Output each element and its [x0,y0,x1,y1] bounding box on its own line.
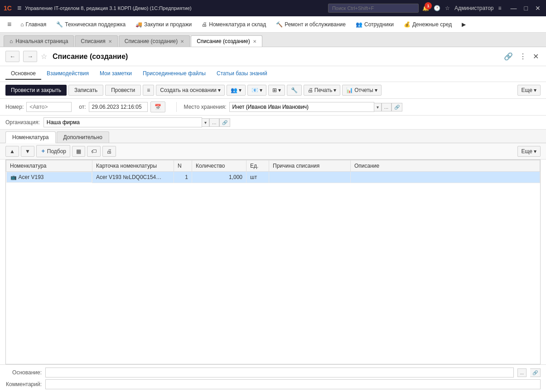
nomenclature-table: Номенклатура Карточка номенклатуры N Кол… [6,160,540,183]
settings-icon: 🔧 [291,87,298,93]
hamburger-menu[interactable]: ≡ [17,4,21,12]
location-link-btn[interactable]: 🔗 [391,103,402,111]
users-button[interactable]: 👥 ▾ [227,85,246,96]
location-dots-btn[interactable]: … [382,103,391,111]
subtab-main[interactable]: Основное [5,68,41,80]
history-icon[interactable]: 🕐 [434,5,440,11]
global-search-input[interactable] [328,4,419,13]
print-table-icon: 🖨 [106,148,112,155]
subtab-files[interactable]: Присоединенные файлы [137,68,211,80]
close-window-button[interactable]: ✕ [533,5,542,12]
inner-tab-additional[interactable]: Дополнительно [57,131,109,143]
basis-dots-button[interactable]: ... [517,368,527,377]
tab-write-off-create-1[interactable]: Списание (создание) ✕ [119,35,190,47]
move-up-button[interactable]: ▲ [5,146,19,157]
favorite-button[interactable]: ☆ [41,52,47,61]
table-row[interactable]: 📺 Acer V193 Acer V193 №LDQ0C154… 1 1,000… [6,172,540,183]
menu-nomenclature[interactable]: 🖨 Номенклатура и склад [197,19,271,30]
tab-create-2-label: Списание (создание) [197,38,250,44]
calendar-button[interactable]: 📅 [150,102,165,112]
col-description: Описание [351,160,540,172]
menu-repair-label: Ремонт и обслуживание [285,21,346,28]
tab-write-off-create-2[interactable]: Списание (создание) ✕ [191,35,262,47]
menu-repair[interactable]: 🔨 Ремонт и обслуживание [271,19,350,30]
email-button[interactable]: 📧 ▾ [247,85,266,96]
barcode-button[interactable]: ▦ [72,146,85,157]
menu-support[interactable]: 🔧 Техническая поддержка [52,19,130,30]
tab-create-1-close[interactable]: ✕ [180,39,184,44]
org-dots-btn[interactable]: … [209,118,219,127]
comment-input[interactable] [45,379,541,389]
move-down-button[interactable]: ▼ [21,146,34,157]
org-link-btn[interactable]: 🔗 [219,118,230,127]
notification-bell[interactable]: 🔔 1 [422,5,429,11]
basis-link-button[interactable]: 🔗 [530,368,541,377]
org-dropdown-btn[interactable]: ▾ [202,118,209,127]
number-input[interactable] [26,102,72,112]
menu-purchases[interactable]: 🚚 Закупки и продажи [131,19,196,30]
cell-quantity: 1,000 [192,172,246,183]
table-more-label: Еще [522,148,532,155]
basis-input[interactable] [45,368,514,377]
cell-nomenclature: 📺 Acer V193 [6,172,92,183]
tab-create-2-close[interactable]: ✕ [253,39,256,44]
inner-tab-bar: Номенклатура Дополнительно [0,130,546,143]
create-basis-label: Создать на основании [160,87,217,93]
minimize-button[interactable]: — [509,5,519,12]
subtab-kb[interactable]: Статьи базы знаний [211,68,273,80]
add-by-selection-button[interactable]: ＋ Подбор [36,145,70,157]
favorites-icon[interactable]: ☆ [445,5,450,11]
subtab-notes[interactable]: Мои заметки [94,68,137,80]
list-view-button[interactable]: ≡ [143,85,154,96]
back-button[interactable]: ← [5,51,19,62]
menu-home-label: Главная [26,21,47,28]
menu-employees[interactable]: 👥 Сотрудники [351,19,398,30]
app-logo: 1С [4,5,12,12]
org-label: Организация: [5,119,40,126]
close-doc-button[interactable]: ✕ [531,51,541,62]
subtab-interactions[interactable]: Взаимодействия [41,68,94,80]
table-more-button[interactable]: Еще ▾ [517,146,541,157]
users-arrow: ▾ [239,87,242,93]
col-card: Карточка номенклатуры [92,160,174,172]
tag-button[interactable]: 🏷 [87,146,101,157]
org-input[interactable] [43,117,202,127]
tab-write-offs[interactable]: Списания ✕ [75,35,117,47]
menu-hamburger[interactable]: ≡ [4,19,15,30]
create-basis-button[interactable]: Создать на основании ▾ [156,85,225,96]
menu-finance-label: Денежные сред [412,21,452,28]
cell-description [351,172,540,183]
settings-button[interactable]: 🔧 [287,85,302,96]
more-label: Еще [522,87,532,93]
menu-home[interactable]: ⌂ Главная [16,19,51,30]
date-input[interactable] [89,102,148,112]
col-reason: Причина списания [269,160,351,172]
more-actions-button[interactable]: ⋮ [517,51,528,62]
link-button[interactable]: 🔗 [502,51,515,62]
print-button[interactable]: 🖨 Печать ▾ [304,85,340,96]
tab-home[interactable]: ⌂ Начальная страница [4,35,74,47]
maximize-button[interactable]: □ [522,5,530,12]
table-icon: ⊞ [272,87,277,93]
table-header-row: Номенклатура Карточка номенклатуры N Кол… [6,160,540,172]
table-button[interactable]: ⊞ ▾ [268,85,285,96]
location-input[interactable] [229,102,374,112]
org-row: Организация: ▾ … 🔗 [0,116,546,130]
post-close-button[interactable]: Провести и закрыть [5,85,67,96]
nomenclature-icon: 🖨 [202,21,207,28]
tab-write-offs-close[interactable]: ✕ [108,39,112,44]
menu-finance[interactable]: 💰 Денежные сред [399,19,456,30]
cell-unit: шт [246,172,269,183]
more-button[interactable]: Еще ▾ [517,85,541,96]
settings-icon[interactable]: ≡ [498,5,502,11]
menu-more[interactable]: ▶ [457,19,470,30]
forward-button[interactable]: → [23,51,37,62]
table-action-toolbar: ▲ ▼ ＋ Подбор ▦ 🏷 🖨 Еще ▾ [0,143,546,160]
save-button[interactable]: Записать [68,85,103,96]
reports-button[interactable]: 📊 Отчеты ▾ [342,85,381,96]
inner-tab-nomenclature[interactable]: Номенклатура [5,131,56,143]
location-label: Место хранения: [184,104,227,110]
print-table-button[interactable]: 🖨 [102,146,116,157]
location-dropdown-btn[interactable]: ▾ [374,103,382,111]
post-button[interactable]: Провести [105,85,141,96]
